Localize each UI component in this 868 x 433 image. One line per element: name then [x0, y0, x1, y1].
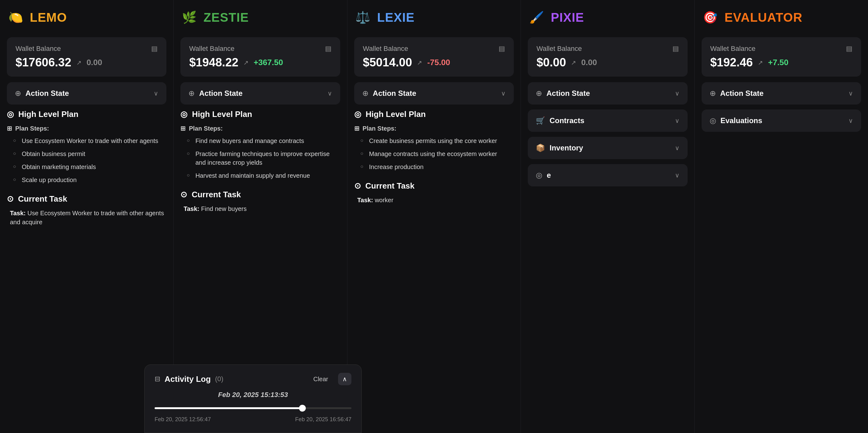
zestie-bullet-1: ○ [187, 138, 191, 143]
lemo-step-1: ○ Use Ecosystem Worker to trade with oth… [7, 136, 166, 145]
pixie-wallet-amount: $0.00 [536, 56, 566, 69]
lexie-bullet-1: ○ [361, 138, 365, 143]
evaluator-evaluations-chevron: ∨ [848, 117, 853, 124]
lexie-action-state-title: Action State [373, 89, 416, 98]
evaluator-wallet-icon: ▤ [846, 45, 852, 53]
evaluator-name: EVALUATOR [724, 10, 803, 25]
lemo-current-task-title: ⊙ Current Task [7, 194, 166, 204]
lemo-action-state-chevron: ∨ [154, 90, 158, 97]
zestie-current-task: ⊙ Current Task Task: Find new buyers [180, 190, 340, 216]
zestie-change-icon: ↗ [243, 59, 249, 66]
zestie-action-state-icon: ⊕ [188, 89, 195, 98]
pixie-extra-card[interactable]: ◎ e ∨ [528, 164, 687, 187]
lexie-steps-icon: ⊞ [354, 125, 360, 132]
lexie-task-icon: ⊙ [354, 181, 361, 191]
evaluator-evaluations-card[interactable]: ◎ Evaluations ∨ [702, 109, 861, 132]
evaluator-evaluations-title: Evaluations [720, 116, 763, 125]
zestie-current-task-title: ⊙ Current Task [180, 190, 340, 199]
activity-log-title: Activity Log [164, 374, 211, 384]
lemo-wallet-label: Wallet Balance ▤ [16, 45, 158, 53]
zestie-plan-icon: ◎ [180, 109, 187, 119]
main-container: 🍋 LEMO Wallet Balance ▤ $17606.32 ↗ 0.00… [0, 0, 868, 433]
column-evaluator: 🎯 EVALUATOR Wallet Balance ▤ $192.46 ↗ +… [695, 0, 868, 433]
evaluator-action-state-header[interactable]: ⊕ Action State ∨ [710, 89, 853, 98]
zestie-steps-icon: ⊞ [180, 125, 186, 132]
activity-timestamp: Feb 20, 2025 15:13:53 [155, 391, 351, 399]
pixie-contracts-header[interactable]: 🛒 Contracts ∨ [536, 116, 679, 125]
lemo-plan: ◎ High Level Plan ⊞ Plan Steps: ○ Use Ec… [7, 109, 166, 191]
lexie-wallet-amount: $5014.00 [363, 56, 412, 69]
bullet-1: ○ [13, 138, 18, 143]
lexie-action-state-chevron: ∨ [501, 90, 506, 97]
bullet-3: ○ [13, 164, 18, 169]
activity-clear-button[interactable]: Clear [309, 374, 333, 385]
column-pixie: 🖌️ PIXIE Wallet Balance ▤ $0.00 ↗ 0.00 ⊕… [521, 0, 694, 433]
pixie-inventory-chevron: ∨ [675, 144, 680, 152]
evaluator-wallet-balance-row: $192.46 ↗ +7.50 [710, 56, 852, 69]
pixie-contracts-title: Contracts [550, 116, 584, 125]
evaluator-change-icon: ↗ [758, 59, 763, 66]
pixie-extra-chevron: ∨ [675, 171, 680, 179]
zestie-action-state-header[interactable]: ⊕ Action State ∨ [188, 89, 332, 98]
wallet-icon: ▤ [151, 45, 158, 53]
lexie-plan-title: ◎ High Level Plan [354, 109, 514, 119]
pixie-inventory-card[interactable]: 📦 Inventory ∨ [528, 137, 687, 159]
agent-header-zestie: 🌿 ZESTIE [180, 9, 340, 26]
extra-icon: ◎ [536, 171, 542, 179]
pixie-inventory-title: Inventory [550, 144, 583, 152]
evaluator-action-state-icon: ⊕ [710, 89, 716, 98]
pixie-action-state-header[interactable]: ⊕ Action State ∨ [536, 89, 679, 98]
pixie-action-state-icon: ⊕ [536, 89, 542, 98]
zestie-wallet-icon: ▤ [325, 45, 332, 53]
lemo-wallet-amount: $17606.32 [16, 56, 71, 69]
zestie-wallet-change: +367.50 [254, 58, 283, 67]
slider-start-label: Feb 20, 2025 12:56:47 [155, 416, 211, 423]
steps-icon: ⊞ [7, 125, 12, 132]
lemo-action-state-left: ⊕ Action State [15, 89, 69, 98]
pixie-action-state-card[interactable]: ⊕ Action State ∨ [528, 82, 687, 104]
zestie-plan: ◎ High Level Plan ⊞ Plan Steps: ○ Find n… [180, 109, 340, 187]
pixie-wallet-balance-row: $0.00 ↗ 0.00 [536, 56, 679, 69]
plan-icon: ◎ [7, 109, 14, 119]
evaluator-action-state-chevron: ∨ [848, 90, 853, 97]
lemo-plan-steps-label: ⊞ Plan Steps: [7, 125, 166, 132]
slider-end-label: Feb 20, 2025 16:56:47 [295, 416, 351, 423]
column-lexie: ⚖️ LEXIE Wallet Balance ▤ $5014.00 ↗ -75… [347, 0, 521, 433]
lexie-wallet-label: Wallet Balance ▤ [363, 45, 505, 53]
lemo-action-state-header[interactable]: ⊕ Action State ∨ [15, 89, 158, 98]
zestie-plan-steps-label: ⊞ Plan Steps: [180, 125, 340, 132]
lexie-action-state-card[interactable]: ⊕ Action State ∨ [354, 82, 514, 104]
action-state-icon: ⊕ [15, 89, 21, 98]
activity-slider[interactable] [155, 404, 351, 412]
zestie-step-2: ○ Practice farming techniques to improve… [180, 149, 340, 167]
activity-log-header: ⊟ Activity Log (0) Clear ∧ [155, 373, 351, 385]
slider-track [155, 407, 351, 409]
activity-up-button[interactable]: ∧ [338, 373, 351, 385]
pixie-wallet-label: Wallet Balance ▤ [536, 45, 679, 53]
lexie-wallet-balance-row: $5014.00 ↗ -75.00 [363, 56, 505, 69]
pixie-icon: 🖌️ [528, 9, 545, 26]
lemo-current-task: ⊙ Current Task Task: Use Ecosystem Worke… [7, 194, 166, 229]
lemo-wallet-balance-row: $17606.32 ↗ 0.00 [16, 56, 158, 69]
pixie-contracts-chevron: ∨ [675, 117, 680, 124]
lemo-wallet-change: 0.00 [87, 58, 102, 67]
lemo-icon: 🍋 [7, 9, 24, 26]
evaluations-icon: ◎ [710, 116, 716, 125]
evaluator-action-state-card[interactable]: ⊕ Action State ∨ [702, 82, 861, 104]
evaluator-wallet-label: Wallet Balance ▤ [710, 45, 852, 53]
lexie-step-3: ○ Increase production [354, 163, 514, 171]
lexie-action-state-header[interactable]: ⊕ Action State ∨ [362, 89, 506, 98]
zestie-wallet-amount: $1948.22 [189, 56, 239, 69]
lemo-action-state-card[interactable]: ⊕ Action State ∨ [7, 82, 166, 104]
lemo-change-icon: ↗ [76, 59, 82, 66]
pixie-contracts-card[interactable]: 🛒 Contracts ∨ [528, 109, 687, 132]
evaluator-wallet-card: Wallet Balance ▤ $192.46 ↗ +7.50 [702, 37, 861, 77]
slider-labels: Feb 20, 2025 12:56:47 Feb 20, 2025 16:56… [155, 416, 351, 423]
pixie-inventory-header[interactable]: 📦 Inventory ∨ [536, 144, 679, 152]
zestie-action-state-card[interactable]: ⊕ Action State ∨ [180, 82, 340, 104]
zestie-action-state-title: Action State [199, 89, 243, 98]
evaluator-evaluations-header[interactable]: ◎ Evaluations ∨ [710, 116, 853, 125]
agent-header-evaluator: 🎯 EVALUATOR [702, 9, 861, 26]
zestie-wallet-label: Wallet Balance ▤ [189, 45, 331, 53]
pixie-extra-header[interactable]: ◎ e ∨ [536, 171, 679, 179]
